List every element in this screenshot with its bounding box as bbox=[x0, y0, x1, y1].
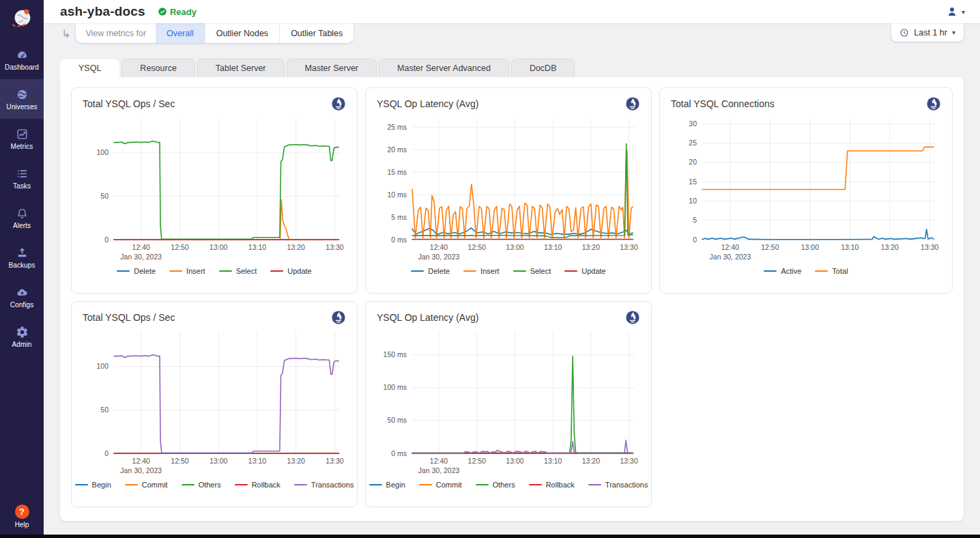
svg-text:5: 5 bbox=[693, 216, 697, 224]
chart-plot[interactable]: 05010012:40Jan 30, 202312:5013:0013:1013… bbox=[83, 326, 346, 478]
legend-item-insert[interactable]: Insert bbox=[463, 267, 500, 275]
chart-title: YSQL Op Latency (Avg) bbox=[377, 312, 478, 323]
svg-text:13:10: 13:10 bbox=[248, 457, 266, 465]
topbar: ash-yba-docs Ready ▾ bbox=[44, 0, 980, 23]
legend-swatch bbox=[369, 484, 382, 486]
svg-text:12:50: 12:50 bbox=[761, 243, 779, 251]
chart-card: YSQL Op Latency (Avg)0 ms50 ms100 ms150 … bbox=[365, 301, 652, 507]
scope-tab-outlier-nodes[interactable]: Outlier Nodes bbox=[205, 23, 279, 43]
prometheus-icon[interactable] bbox=[926, 96, 941, 111]
tab-ysql[interactable]: YSQL bbox=[60, 59, 119, 77]
legend-item-others[interactable]: Others bbox=[476, 481, 515, 489]
svg-text:0: 0 bbox=[104, 449, 109, 457]
legend-item-update[interactable]: Update bbox=[270, 267, 311, 275]
scope-tab-outlier-tables[interactable]: Outlier Tables bbox=[279, 23, 354, 43]
metrics-icon bbox=[16, 128, 29, 141]
chart-card: Total YSQL Ops / Sec05010012:40Jan 30, 2… bbox=[71, 301, 358, 507]
legend-swatch bbox=[117, 270, 130, 272]
sidebar-item-universes[interactable]: Universes bbox=[0, 79, 44, 119]
prometheus-icon[interactable] bbox=[625, 310, 640, 325]
legend-label: Select bbox=[530, 267, 551, 275]
legend-label: Begin bbox=[92, 481, 111, 489]
chart-plot[interactable]: 0 ms5 ms10 ms15 ms20 ms25 ms12:40Jan 30,… bbox=[377, 113, 640, 264]
chart-legend: ActiveTotal bbox=[671, 267, 941, 275]
prometheus-icon[interactable] bbox=[331, 310, 346, 325]
svg-text:50: 50 bbox=[100, 192, 109, 200]
prometheus-icon[interactable] bbox=[331, 96, 346, 111]
legend-swatch bbox=[270, 270, 283, 272]
backups-icon bbox=[16, 246, 29, 259]
scope-tab-overall[interactable]: Overall bbox=[156, 23, 205, 43]
legend-item-begin[interactable]: Begin bbox=[369, 481, 405, 489]
sidebar-item-dashboard[interactable]: Dashboard bbox=[0, 40, 44, 79]
chart-title: Total YSQL Ops / Sec bbox=[83, 312, 175, 323]
chart-card: Total YSQL Ops / Sec05010012:40Jan 30, 2… bbox=[71, 87, 358, 294]
return-arrow-icon: ↳ bbox=[61, 27, 70, 40]
metrics-panel: Total YSQL Ops / Sec05010012:40Jan 30, 2… bbox=[60, 77, 964, 521]
legend-item-active[interactable]: Active bbox=[764, 267, 801, 275]
svg-text:10 ms: 10 ms bbox=[387, 190, 407, 199]
chart-plot[interactable]: 05010012:40Jan 30, 202312:5013:0013:1013… bbox=[83, 113, 346, 264]
legend-label: Transactions bbox=[605, 481, 648, 489]
sidebar-item-admin[interactable]: Admin bbox=[0, 317, 44, 356]
legend-item-begin[interactable]: Begin bbox=[75, 481, 111, 489]
sidebar-item-label: Dashboard bbox=[5, 63, 39, 71]
svg-text:13:10: 13:10 bbox=[248, 243, 266, 251]
legend-swatch bbox=[588, 484, 601, 486]
chart-plot[interactable]: 0 ms50 ms100 ms150 ms12:40Jan 30, 202312… bbox=[377, 326, 640, 478]
chart-card: Total YSQL Connections05101520253012:40J… bbox=[659, 87, 953, 294]
legend-item-others[interactable]: Others bbox=[182, 481, 221, 489]
legend-item-rollback[interactable]: Rollback bbox=[529, 481, 575, 489]
app-root: DashboardUniversesMetricsTasksAlertsBack… bbox=[0, 0, 980, 538]
bottom-bar bbox=[0, 535, 980, 538]
sidebar-item-tasks[interactable]: Tasks bbox=[0, 158, 44, 198]
sidebar: DashboardUniversesMetricsTasksAlertsBack… bbox=[0, 0, 44, 538]
sidebar-item-help[interactable]: ? Help bbox=[15, 505, 29, 528]
user-menu[interactable]: ▾ bbox=[946, 5, 969, 18]
legend-label: Commit bbox=[436, 481, 462, 489]
chart-card: YSQL Op Latency (Avg)0 ms5 ms10 ms15 ms2… bbox=[365, 87, 652, 294]
legend-swatch bbox=[294, 484, 307, 486]
legend-item-transactions[interactable]: Transactions bbox=[588, 481, 648, 489]
chart-plot[interactable]: 05101520253012:40Jan 30, 202312:5013:001… bbox=[671, 113, 941, 264]
legend-item-insert[interactable]: Insert bbox=[169, 267, 205, 275]
svg-text:13:00: 13:00 bbox=[210, 243, 227, 251]
sidebar-item-backups[interactable]: Backups bbox=[0, 238, 44, 277]
tab-master-server[interactable]: Master Server bbox=[287, 59, 377, 77]
legend-item-select[interactable]: Select bbox=[219, 267, 257, 275]
chart-legend: DeleteInsertSelectUpdate bbox=[377, 267, 640, 275]
legend-item-select[interactable]: Select bbox=[513, 267, 551, 275]
yugabyte-logo-icon[interactable] bbox=[0, 0, 44, 37]
svg-text:13:00: 13:00 bbox=[506, 243, 523, 251]
legend-item-update[interactable]: Update bbox=[564, 267, 605, 275]
legend-item-rollback[interactable]: Rollback bbox=[235, 481, 280, 489]
svg-text:13:00: 13:00 bbox=[210, 457, 227, 465]
sidebar-item-configs[interactable]: Configs bbox=[0, 277, 44, 317]
legend-swatch bbox=[529, 484, 542, 486]
time-range-button[interactable]: Last 1 hr ▾ bbox=[891, 23, 964, 42]
legend-label: Delete bbox=[134, 267, 156, 275]
tab-master-server-advanced[interactable]: Master Server Advanced bbox=[379, 59, 509, 77]
legend-item-total[interactable]: Total bbox=[815, 267, 848, 275]
sidebar-item-alerts[interactable]: Alerts bbox=[0, 198, 44, 238]
svg-text:15: 15 bbox=[689, 178, 697, 186]
legend-item-transactions[interactable]: Transactions bbox=[294, 481, 354, 489]
scope-switcher: View metrics for OverallOutlier NodesOut… bbox=[76, 23, 354, 43]
prometheus-icon[interactable] bbox=[625, 96, 640, 111]
legend-label: Others bbox=[493, 481, 515, 489]
tab-tablet-server[interactable]: Tablet Server bbox=[197, 59, 285, 77]
svg-text:13:30: 13:30 bbox=[620, 457, 638, 465]
tab-docdb[interactable]: DocDB bbox=[511, 59, 575, 77]
legend-swatch bbox=[411, 270, 424, 272]
chevron-down-icon: ▾ bbox=[962, 8, 965, 16]
sidebar-nav: DashboardUniversesMetricsTasksAlertsBack… bbox=[0, 40, 44, 356]
legend-item-delete[interactable]: Delete bbox=[117, 267, 156, 275]
tab-resource[interactable]: Resource bbox=[121, 59, 195, 77]
legend-item-delete[interactable]: Delete bbox=[411, 267, 450, 275]
legend-label: Commit bbox=[142, 481, 168, 489]
sidebar-item-metrics[interactable]: Metrics bbox=[0, 119, 44, 158]
legend-item-commit[interactable]: Commit bbox=[125, 481, 168, 489]
svg-text:150 ms: 150 ms bbox=[384, 350, 407, 358]
svg-text:13:10: 13:10 bbox=[841, 243, 859, 251]
legend-item-commit[interactable]: Commit bbox=[419, 481, 462, 489]
